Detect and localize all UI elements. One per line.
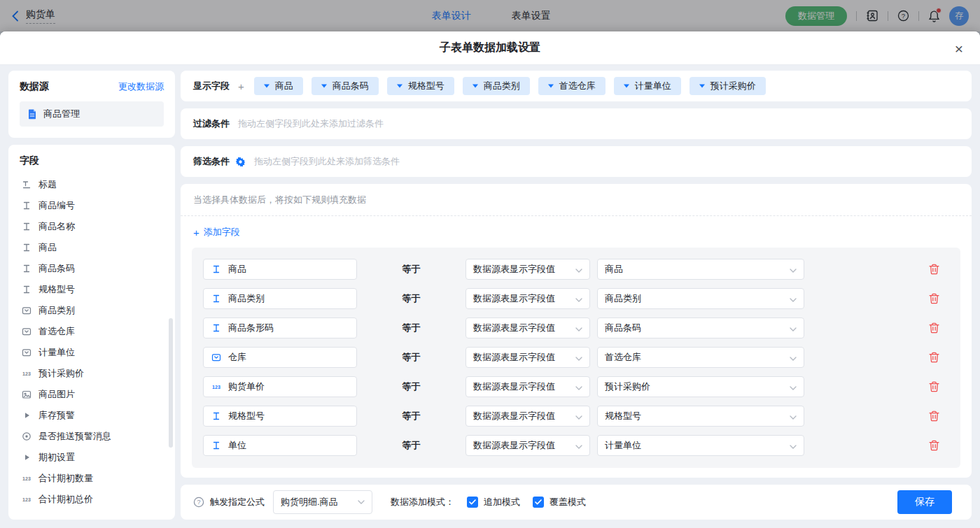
subform-load-settings-modal: 子表单数据加载设置 × 数据源 更改数据源 商品管理 字段: [0, 31, 980, 528]
rule-value-select[interactable]: 商品类别: [597, 288, 804, 309]
delete-rule-button[interactable]: [929, 322, 939, 334]
caret-down-icon[interactable]: [699, 84, 705, 88]
field-item-label: 合计期初数量: [38, 472, 93, 485]
display-field-chip[interactable]: 商品: [254, 77, 303, 95]
rule-field-box[interactable]: 规格型号: [203, 406, 357, 427]
add-display-field-button[interactable]: +: [238, 80, 244, 92]
caret-down-icon[interactable]: [472, 84, 478, 88]
rule-source-select[interactable]: 数据源表显示字段值: [465, 376, 590, 397]
radio-field-icon: [21, 431, 32, 441]
display-field-chip[interactable]: 预计采购价: [690, 77, 766, 95]
modal-title: 子表单数据加载设置: [440, 41, 540, 55]
gear-icon[interactable]: [235, 157, 246, 167]
display-field-chip[interactable]: 计量单位: [614, 77, 681, 95]
field-item[interactable]: 规格型号: [20, 279, 169, 300]
group-field-icon: [21, 453, 32, 462]
rule-value-select[interactable]: 商品: [597, 259, 804, 280]
caret-down-icon[interactable]: [397, 84, 402, 88]
delete-rule-button[interactable]: [929, 381, 939, 392]
rule-field-box[interactable]: 商品类别: [203, 288, 357, 309]
delete-rule-button[interactable]: [929, 440, 939, 451]
rule-source-select[interactable]: 数据源表显示字段值: [465, 435, 590, 456]
change-datasource-link[interactable]: 更改数据源: [118, 80, 164, 93]
rule-source-select[interactable]: 数据源表显示字段值: [465, 317, 590, 338]
fields-title: 字段: [20, 155, 169, 167]
rule-value-select[interactable]: 计量单位: [597, 435, 804, 456]
help-circle-icon[interactable]: ?: [193, 497, 204, 508]
rule-operator: 等于: [357, 292, 465, 305]
field-item[interactable]: 商品条码: [20, 258, 169, 279]
fill-rules-hint: 当选择具体数据后，将按如下规则填充数据: [192, 194, 960, 206]
field-item[interactable]: 123预计采购价: [20, 363, 169, 384]
field-item[interactable]: 商品图片: [20, 384, 169, 405]
caret-down-icon[interactable]: [624, 84, 629, 88]
field-item[interactable]: 首选仓库: [20, 321, 169, 342]
field-item[interactable]: 期初设置: [20, 447, 169, 468]
rule-field-box[interactable]: 商品条形码: [203, 317, 357, 338]
rule-value-select[interactable]: 规格型号: [597, 406, 804, 427]
rule-value: 商品类别: [605, 292, 641, 305]
caret-down-icon[interactable]: [321, 84, 327, 88]
screen-condition-dropzone[interactable]: 筛选条件 拖动左侧字段到此处来添加筛选条件: [181, 146, 972, 177]
text-field-icon: [21, 243, 32, 252]
rule-operator: 等于: [357, 322, 465, 334]
rule-source-select[interactable]: 数据源表显示字段值: [465, 347, 590, 368]
trigger-formula-select[interactable]: 购货明细.商品: [273, 490, 372, 514]
text-field-icon: [21, 222, 32, 231]
display-field-chip[interactable]: 商品类别: [463, 77, 530, 95]
display-field-chip[interactable]: 商品条码: [312, 77, 379, 95]
rule-operator: 等于: [357, 263, 465, 276]
rule-field-box[interactable]: 商品: [203, 259, 357, 280]
rule-field-box[interactable]: 123购货单价: [203, 376, 357, 397]
datasource-item[interactable]: 商品管理: [20, 101, 164, 127]
rule-source-select[interactable]: 数据源表显示字段值: [465, 259, 590, 280]
field-item[interactable]: 计量单位: [20, 342, 169, 363]
rule-value-select[interactable]: 预计采购价: [597, 376, 804, 397]
chevron-down-icon: [575, 382, 582, 392]
rule-source-value: 数据源表显示字段值: [473, 292, 555, 305]
display-field-chip[interactable]: 规格型号: [387, 77, 454, 95]
display-fields-label: 显示字段: [193, 80, 230, 92]
fields-scrollbar[interactable]: [169, 318, 173, 448]
mode-checkbox-overwrite[interactable]: 覆盖模式: [533, 496, 586, 508]
field-item[interactable]: 是否推送预警消息: [20, 426, 169, 447]
rule-source-select[interactable]: 数据源表显示字段值: [465, 288, 590, 309]
rule-source-value: 数据源表显示字段值: [473, 263, 555, 276]
field-item[interactable]: 123合计期初数量: [20, 468, 169, 489]
save-button[interactable]: 保存: [897, 490, 952, 514]
chip-label: 规格型号: [408, 80, 444, 92]
field-item-label: 合计期初总价: [38, 493, 93, 506]
rule-field-box[interactable]: 仓库: [203, 347, 357, 368]
field-item[interactable]: 库存预警: [20, 405, 169, 426]
add-rule-field-button[interactable]: + 添加字段: [193, 226, 240, 238]
delete-rule-button[interactable]: [929, 411, 939, 422]
delete-rule-button[interactable]: [929, 293, 939, 304]
field-item[interactable]: 商品名称: [20, 216, 169, 237]
caret-down-icon[interactable]: [264, 84, 270, 88]
field-item[interactable]: 商品: [20, 237, 169, 258]
field-item[interactable]: 标题: [20, 174, 169, 195]
caret-down-icon[interactable]: [548, 84, 554, 88]
delete-rule-button[interactable]: [929, 264, 939, 275]
rule-field-box[interactable]: 单位: [203, 435, 357, 456]
field-item[interactable]: 商品类别: [20, 300, 169, 321]
rule-operator: 等于: [357, 351, 465, 364]
rule-value-select[interactable]: 首选仓库: [597, 347, 804, 368]
rule-row: 123购货单价等于数据源表显示字段值预计采购价: [203, 376, 949, 397]
field-item[interactable]: 123合计期初总价: [20, 489, 169, 510]
field-list: 标题商品编号商品名称商品商品条码规格型号商品类别首选仓库计量单位123预计采购价…: [20, 174, 169, 510]
rule-value-select[interactable]: 商品条码: [597, 317, 804, 338]
field-item[interactable]: 商品编号: [20, 195, 169, 216]
display-field-chip[interactable]: 首选仓库: [538, 77, 606, 95]
field-item-label: 商品名称: [38, 220, 75, 233]
close-icon[interactable]: ×: [955, 41, 963, 55]
rule-source-select[interactable]: 数据源表显示字段值: [465, 406, 590, 427]
mode-checkbox-append[interactable]: 追加模式: [467, 496, 520, 508]
screen: 购货单 表单设计表单设置 数据管理 ? 存 子表单数据加载设置 ×: [0, 0, 980, 528]
modal-overlay: [0, 0, 980, 31]
field-item-label: 商品条码: [38, 262, 75, 275]
delete-rule-button[interactable]: [929, 352, 939, 363]
checkbox-checked-icon[interactable]: [533, 497, 544, 508]
checkbox-checked-icon[interactable]: [467, 497, 478, 508]
filter-condition-dropzone[interactable]: 过滤条件 拖动左侧字段到此处来添加过滤条件: [181, 108, 972, 139]
